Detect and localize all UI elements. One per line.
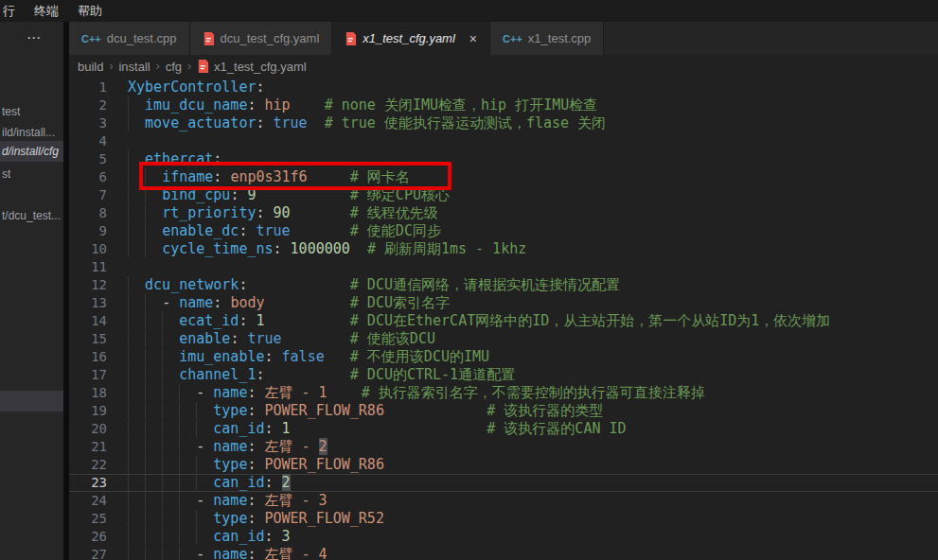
yaml-file-icon — [197, 60, 209, 73]
tab-dcu_test_cfg.yaml[interactable]: dcu_test_cfg.yaml — [190, 22, 333, 55]
line-number: 14 — [69, 312, 107, 330]
menu-item-2[interactable]: 帮助 — [68, 3, 112, 20]
code-line[interactable]: 5 ethercat: — [69, 150, 938, 168]
code-token: 2 — [282, 474, 291, 491]
sidebar-item[interactable]: test — [0, 101, 63, 122]
code-token: name — [213, 546, 247, 560]
tab-dcu_test.cpp[interactable]: C++dcu_test.cpp — [69, 22, 190, 55]
code-token: enp0s31f6 — [230, 168, 307, 185]
code-line[interactable]: 14 ecat_id: 1 # DCU在EtherCAT网络中的ID，从主站开始… — [69, 312, 938, 330]
code-line-text: dcu_network: # DCU通信网络，请根据实机连接情况配置 — [128, 276, 620, 294]
code-line[interactable]: 16 imu_enable: false # 不使用该DCU的IMU — [69, 348, 938, 366]
code-line[interactable]: 10 cycle_time_ns: 1000000 # 刷新周期1ms - 1k… — [69, 240, 938, 258]
tab-x1_test.cpp[interactable]: C++x1_test.cpp — [490, 22, 604, 55]
breadcrumb-item-build[interactable]: build — [78, 60, 103, 74]
code-line[interactable]: 26 can_id: 3 — [69, 528, 938, 546]
code-line[interactable]: 24 - name: 左臂 - 3 — [69, 492, 938, 510]
code-token — [265, 294, 350, 311]
code-line[interactable]: 9 enable_dc: true # 使能DC同步 — [69, 222, 938, 240]
code-line-text: type: POWER_FLOW_R86 # 该执行器的类型 — [128, 402, 603, 420]
indent-guides — [128, 330, 179, 347]
code-token: dcu_network — [145, 276, 239, 293]
indent-guides — [128, 348, 179, 365]
code-token: body — [230, 294, 264, 311]
code-line[interactable]: 23 can_id: 2 — [69, 474, 938, 492]
code-token: # 使能DC同步 — [350, 222, 441, 239]
code-token — [256, 510, 264, 527]
code-token: 1 — [256, 312, 264, 329]
code-line[interactable]: 4 — [69, 132, 938, 150]
code-line[interactable]: 3 move_actuator: true # true 使能执行器运动测试，f… — [69, 114, 938, 132]
code-line[interactable]: 6 ifname: enp0s31f6 # 网卡名 — [69, 168, 938, 186]
code-token: name — [213, 384, 247, 401]
code-token: name — [213, 492, 247, 509]
indent-guides — [128, 240, 162, 257]
code-token: : — [256, 114, 264, 131]
code-line[interactable]: 20 can_id: 1 # 该执行器的CAN ID — [69, 420, 938, 438]
code-line[interactable]: 22 type: POWER_FLOW_R86 — [69, 456, 938, 474]
sidebar-item[interactable]: st — [0, 164, 63, 184]
code-line[interactable]: 2 imu_dcu_name: hip # none 关闭IMU检查，hip 打… — [69, 96, 938, 114]
code-line[interactable]: 1XyberController: — [69, 79, 938, 96]
code-token: imu_dcu_name — [145, 96, 247, 114]
breadcrumb-file[interactable]: x1_test_cfg.yaml — [197, 60, 307, 74]
more-actions-icon[interactable]: ⋯ — [27, 29, 42, 46]
code-token — [274, 420, 282, 437]
code-token: # 执行器索引名字，不需要控制的执行器可直接注释掉 — [362, 384, 705, 401]
code-line[interactable]: 12 dcu_network: # DCU通信网络，请根据实机连接情况配置 — [69, 276, 938, 294]
menu-item-1[interactable]: 终端 — [25, 3, 68, 20]
tab-label: dcu_test_cfg.yaml — [221, 31, 320, 45]
code-line-text: can_id: 2 — [128, 474, 291, 492]
code-line-text: imu_enable: false # 不使用该DCU的IMU — [128, 348, 489, 366]
breadcrumb-file-label: x1_test_cfg.yaml — [214, 60, 307, 74]
line-number: 26 — [69, 528, 107, 546]
code-token: # 线程优先级 — [350, 204, 438, 221]
code-line[interactable]: 25 type: POWER_FLOW_R52 — [69, 510, 938, 528]
code-token: : — [213, 150, 221, 167]
code-token: # true 使能执行器运动测试，flase 关闭 — [325, 114, 606, 131]
sidebar-item[interactable] — [0, 391, 63, 411]
code-token: can_id — [213, 528, 264, 545]
line-number: 5 — [69, 150, 107, 168]
code-token: channel_1 — [179, 366, 256, 383]
close-icon[interactable]: × — [469, 31, 477, 46]
indent-guides — [128, 96, 145, 114]
breadcrumb-item-cfg[interactable]: cfg — [166, 60, 182, 74]
code-token: # DCU在EtherCAT网络中的ID，从主站开始，第一个从站ID为1，依次增… — [350, 312, 831, 329]
line-number: 23 — [69, 474, 107, 492]
code-editor[interactable]: 1XyberController:2 imu_dcu_name: hip # n… — [69, 78, 938, 560]
code-line[interactable]: 27 - name: 左臂 - 4 — [69, 546, 938, 560]
line-number: 4 — [69, 132, 107, 150]
code-token: # DCU的CTRL-1通道配置 — [350, 366, 515, 383]
code-token: enable — [179, 330, 230, 347]
code-line[interactable]: 7 bind_cpu: 9 # 绑定CPU核心 — [69, 186, 938, 204]
code-line[interactable]: 11 — [69, 258, 938, 276]
sidebar-item[interactable]: d/install/cfg — [0, 141, 63, 162]
code-line-text: type: POWER_FLOW_R52 — [128, 510, 384, 528]
code-line[interactable]: 15 enable: true # 使能该DCU — [69, 330, 938, 348]
code-token — [265, 312, 350, 329]
code-line[interactable]: 13 - name: body # DCU索引名字 — [69, 294, 938, 312]
code-line[interactable]: 8 rt_priority: 90 # 线程优先级 — [69, 204, 938, 222]
breadcrumb-item-install[interactable]: install — [118, 60, 150, 74]
code-token: type — [213, 456, 247, 473]
code-token: # 绑定CPU核心 — [350, 186, 450, 203]
code-token: : — [213, 168, 221, 185]
code-token: 3 — [282, 528, 291, 545]
tab-x1_test_cfg.yaml[interactable]: x1_test_cfg.yaml× — [332, 22, 490, 55]
menu-item-0[interactable]: 行 — [0, 3, 25, 20]
code-line-text: channel_1: # DCU的CTRL-1通道配置 — [128, 366, 515, 384]
code-token — [247, 276, 349, 293]
code-line[interactable]: 18 - name: 左臂 - 1 # 执行器索引名字，不需要控制的执行器可直接… — [69, 384, 938, 402]
indent-guides — [128, 492, 196, 509]
code-token — [282, 240, 291, 257]
code-line[interactable]: 19 type: POWER_FLOW_R86 # 该执行器的类型 — [69, 402, 938, 420]
code-token: type — [213, 510, 247, 527]
indent-guides — [128, 420, 213, 437]
code-line[interactable]: 17 channel_1: # DCU的CTRL-1通道配置 — [69, 366, 938, 384]
sidebar-item[interactable]: ild/install... — [0, 122, 63, 143]
line-number: 12 — [69, 276, 107, 294]
line-number: 15 — [69, 330, 107, 348]
code-line[interactable]: 21 - name: 左臂 - 2 — [69, 438, 938, 456]
sidebar-item[interactable]: t/dcu_test... — [0, 205, 63, 226]
